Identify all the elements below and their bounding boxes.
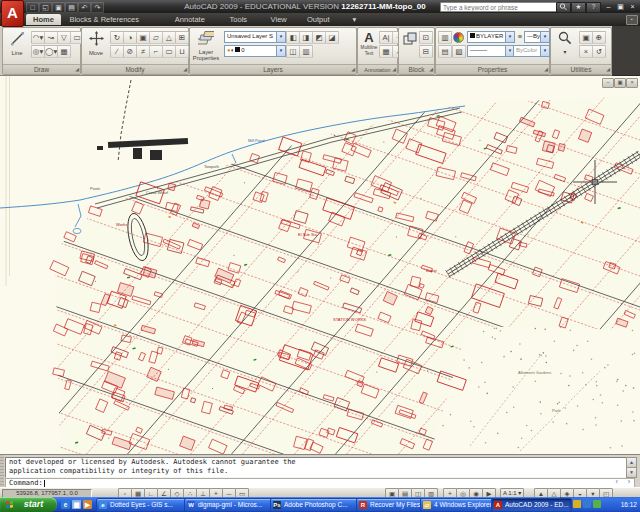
drawing-restore-button[interactable]: ▣ [614,78,626,88]
panel-expand-icon[interactable]: ◢ [75,65,79,74]
undo-icon[interactable]: ↶ [78,2,91,13]
tab-view[interactable]: View [264,14,294,25]
modify-tool-icon[interactable]: ⊞ [175,31,189,44]
start-button[interactable]: start [0,497,57,512]
tab-home[interactable]: Home [26,14,61,25]
draw-tool-icon[interactable]: ▦ [57,45,71,58]
color-wheel-icon[interactable] [453,32,464,43]
panel-expand-icon[interactable]: ◢ [183,65,187,74]
draw-tool-icon[interactable]: ◎▾ [31,45,45,58]
layer-dropdown[interactable]: ●◐0▾ [224,45,286,57]
plot-icon[interactable]: ▤ [65,2,78,13]
modify-tool-icon[interactable]: ◑ [123,31,137,44]
modify-tool-icon[interactable]: ⌐ [149,45,163,58]
move-button[interactable]: Move [83,30,109,65]
layer-tool-icon[interactable]: ◧ [286,31,300,44]
panel-expand-icon[interactable]: ◢ [429,65,433,74]
utility-tool-icon[interactable]: ⊕ [592,31,606,44]
layer-tool-icon[interactable]: ▥ [299,45,313,58]
layer-tool-icon[interactable]: ◩ [312,31,326,44]
minimize-ribbon-button[interactable]: ▪ [626,15,638,25]
modify-tool-icon[interactable]: ⊔ [175,45,189,58]
scroll-down-button[interactable]: ▼ [626,467,637,478]
show-desktop-icon[interactable]: ▦ [72,500,81,509]
modify-tool-icon[interactable]: ▭ [162,45,176,58]
map-label: El Sub Sta [298,232,318,237]
tab-blocks-references[interactable]: Blocks & References [62,14,146,25]
utility-tool-icon[interactable]: × [579,45,593,58]
panel-expand-icon[interactable]: ◢ [351,65,355,74]
internet-explorer-icon[interactable]: e [61,500,70,509]
panel-expand-icon[interactable]: ◢ [544,65,548,74]
modify-tool-icon[interactable]: ▣ [136,31,150,44]
layer-properties-button[interactable]: LayerProperties [191,30,221,65]
annotation-tool-icon[interactable]: ▦ [379,45,393,58]
draw-tool-icon[interactable]: ◠▾ [31,31,45,44]
modify-tool-icon[interactable]: ∕ [110,45,124,58]
annotation-tool-icon[interactable]: A| [379,31,393,44]
communication-center-button[interactable]: ★ [571,2,586,13]
minimize-button[interactable]: – [603,2,614,11]
match-properties-icon[interactable]: ▥ [438,31,452,44]
map-label: STATION WORKS [333,317,366,322]
media-player-icon[interactable]: ▶ [83,500,92,509]
modify-tool-icon[interactable]: ⊘ [123,45,137,58]
open-icon[interactable]: ◱ [39,2,52,13]
layer-tool-icon[interactable]: ◫ [286,45,300,58]
utility-tool-icon[interactable]: ↺ [592,45,606,58]
block-tool-icon[interactable]: ⊡ [419,31,433,44]
modify-tool-icon[interactable]: ▱ [149,31,163,44]
zoom-extents-button[interactable]: ▾ [553,30,577,65]
task-button[interactable]: PsAdobe Photoshop C... [270,498,367,512]
tab-overflow-button[interactable]: ▾ [346,14,364,25]
object-color-dropdown[interactable]: BYLAYER▾ [467,31,515,43]
favorites-button[interactable]: ? [586,2,601,13]
search-button[interactable] [556,2,571,13]
command-history-line: not developed or licensed by Autodesk. A… [9,458,631,467]
river [0,106,465,234]
draw-tool-icon[interactable]: ↝ [44,31,58,44]
layer-tool-icon[interactable]: ◪ [325,31,339,44]
drawing-minimize-button[interactable]: – [602,78,614,88]
plot-style-dropdown[interactable]: ByColor▾ [513,45,550,57]
line-button[interactable]: Line [4,30,30,65]
new-icon[interactable]: □ [26,2,39,13]
multiline-text-button[interactable]: A MultilineText [358,30,380,65]
close-button[interactable]: × [627,2,638,11]
modify-tool-icon[interactable]: ↻ [110,31,124,44]
layer-tool-icon[interactable]: ◨ [299,31,313,44]
draw-tool-icon[interactable]: ▽ [57,31,71,44]
map-label: Mill Pond [248,138,264,143]
restore-button[interactable]: ▣ [615,2,626,11]
tab-annotate[interactable]: Annotate [168,14,212,25]
redo-icon[interactable]: ↷ [91,2,104,13]
command-window-grip[interactable] [0,455,4,488]
tab-tools[interactable]: Tools [223,14,255,25]
drawing-close-button[interactable]: × [626,78,638,88]
modify-tool-icon[interactable]: ≠ [136,45,150,58]
drawing-canvas[interactable]: Canal WharfMill PondTowpathWorksSTATION … [0,76,640,454]
menu-browser-button[interactable]: A [1,0,24,27]
layer-state-dropdown[interactable]: Unsaved Layer S▾ [224,31,286,43]
modify-tool-icon[interactable]: △ [162,31,176,44]
park-area [442,327,635,451]
save-icon[interactable]: ▣ [52,2,65,13]
insert-block-button[interactable] [400,30,420,65]
panel-expand-icon[interactable]: ◢ [606,65,610,74]
help-search-input[interactable] [440,2,558,12]
task-button[interactable]: eDotted Eyes - GIS s... [96,498,195,512]
draw-tool-icon[interactable]: ◯▾ [44,45,58,58]
lineweight-dropdown[interactable]: —ByL▾ [524,31,550,43]
task-button[interactable]: Wdigmap-gml - Micros... [184,498,281,512]
linetype-icon[interactable]: ▧ [452,45,466,58]
properties-palette-icon[interactable]: ▤ [438,45,452,58]
task-button[interactable]: ▱4 Windows Explorer ▾ [420,498,501,512]
utility-tool-icon[interactable]: ▣ [579,31,593,44]
command-scroll-arrows[interactable]: ‹ › [615,478,634,485]
linetype-dropdown[interactable]: ────▾ [467,45,515,57]
block-tool-icon[interactable]: ⊟ [419,45,433,58]
command-history[interactable]: not developed or licensed by Autodesk. A… [5,457,635,478]
task-button[interactable]: AAutoCAD 2009 - ED... [491,498,572,512]
tab-output[interactable]: Output [300,14,337,25]
panel-expand-icon[interactable]: ◢ [392,65,396,74]
